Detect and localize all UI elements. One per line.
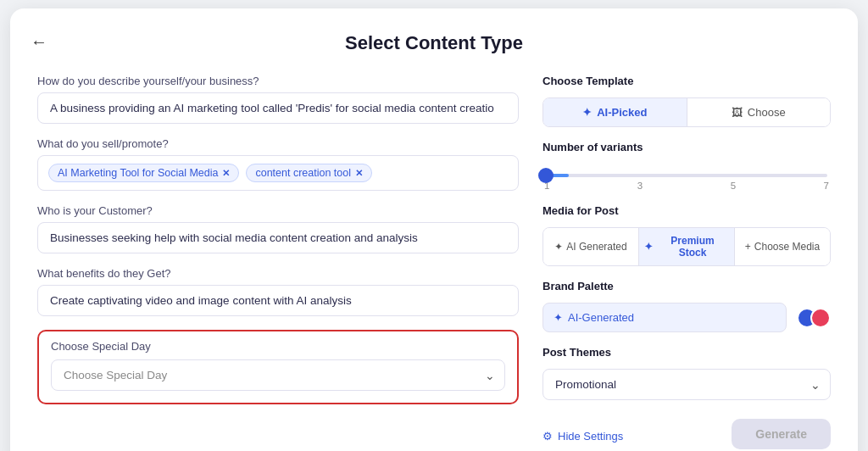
describe-input[interactable]	[37, 92, 519, 124]
brand-ai-btn[interactable]: ✦ AI-Generated	[542, 303, 787, 332]
modal-container: ← Select Content Type How do you describ…	[10, 8, 858, 451]
hide-settings-button[interactable]: ⚙ Hide Settings	[542, 430, 623, 443]
media-choose-btn[interactable]: + Choose Media	[735, 228, 830, 265]
page-title: Select Content Type	[37, 32, 831, 54]
themes-group: Post Themes Promotional ⌄	[542, 346, 831, 400]
template-ai-label: AI-Picked	[597, 106, 647, 119]
slider-label-5: 5	[731, 181, 736, 191]
themes-label: Post Themes	[542, 346, 831, 359]
customer-label: Who is your Customer?	[37, 204, 519, 217]
tag-2-label: content creation tool	[255, 167, 351, 179]
media-group: Media for Post ✦ AI Generated ✦ Premium …	[542, 204, 831, 266]
variants-label: Number of variants	[542, 141, 831, 153]
benefits-input[interactable]	[37, 285, 519, 316]
media-stock-btn[interactable]: ✦ Premium Stock	[639, 228, 735, 265]
media-ai-label: AI Generated	[566, 241, 626, 253]
themes-select[interactable]: Promotional	[542, 369, 831, 400]
plus-icon: +	[745, 241, 751, 253]
media-buttons: ✦ AI Generated ✦ Premium Stock + Choose …	[542, 227, 831, 266]
sell-group: What do you sell/promote? AI Marketing T…	[37, 137, 519, 191]
template-choose-label: Choose	[748, 106, 786, 119]
circle-red	[810, 308, 831, 328]
describe-label: How do you describe yourself/your busine…	[37, 75, 519, 87]
slider-label-7: 7	[824, 181, 829, 191]
media-stock-label: Premium Stock	[656, 235, 729, 259]
template-group: Choose Template ✦ AI-Picked 🖼 Choose	[542, 75, 831, 127]
tag-1: AI Marketing Tool for Social Media ✕	[48, 164, 239, 182]
describe-group: How do you describe yourself/your busine…	[37, 75, 519, 124]
variants-group: Number of variants 1 3 5 7	[542, 141, 831, 191]
slider-track	[546, 174, 827, 177]
customer-group: Who is your Customer?	[37, 204, 519, 253]
tag-2-close[interactable]: ✕	[355, 168, 363, 179]
brand-circles	[797, 308, 831, 328]
slider-thumb[interactable]	[538, 168, 554, 183]
right-panel: Choose Template ✦ AI-Picked 🖼 Choose Num…	[542, 75, 831, 449]
special-day-select-wrapper: Choose Special Day ⌄	[51, 359, 505, 391]
template-ai-btn[interactable]: ✦ AI-Picked	[543, 98, 687, 126]
benefits-group: What benefits do they Get?	[37, 267, 519, 316]
template-buttons: ✦ AI-Picked 🖼 Choose	[542, 97, 831, 127]
tag-1-close[interactable]: ✕	[222, 168, 230, 179]
main-content: How do you describe yourself/your busine…	[37, 75, 831, 449]
slider-container: 1 3 5 7	[542, 164, 831, 191]
media-choose-label: Choose Media	[754, 241, 820, 253]
slider-labels: 1 3 5 7	[542, 181, 831, 191]
special-day-label: Choose Special Day	[51, 340, 505, 353]
media-label: Media for Post	[542, 204, 831, 217]
tag-1-label: AI Marketing Tool for Social Media	[58, 167, 218, 179]
sell-label: What do you sell/promote?	[37, 137, 519, 150]
brand-group: Brand Palette ✦ AI-Generated	[542, 280, 831, 332]
brand-row: ✦ AI-Generated	[542, 303, 831, 332]
tags-input[interactable]: AI Marketing Tool for Social Media ✕ con…	[37, 155, 519, 191]
stock-icon: ✦	[644, 241, 653, 253]
left-panel: How do you describe yourself/your busine…	[37, 75, 519, 449]
media-ai-btn[interactable]: ✦ AI Generated	[543, 228, 639, 265]
template-label: Choose Template	[542, 75, 831, 87]
back-button[interactable]: ←	[31, 32, 47, 52]
customer-input[interactable]	[37, 222, 519, 253]
slider-label-3: 3	[637, 181, 643, 191]
brand-label: Brand Palette	[542, 280, 831, 292]
generate-button[interactable]: Generate	[732, 419, 831, 449]
settings-icon: ⚙	[542, 430, 553, 443]
sparkle-icon: ✦	[554, 241, 563, 253]
special-day-select[interactable]: Choose Special Day	[51, 359, 505, 391]
wand-icon-brand: ✦	[554, 311, 563, 324]
hide-settings-label: Hide Settings	[558, 430, 623, 443]
wand-icon: ✦	[582, 106, 592, 119]
right-bottom-row: ⚙ Hide Settings Generate	[542, 419, 831, 449]
tag-2: content creation tool ✕	[246, 164, 372, 182]
benefits-label: What benefits do they Get?	[37, 267, 519, 280]
image-icon: 🖼	[732, 106, 743, 119]
special-day-group: Choose Special Day Choose Special Day ⌄	[37, 330, 519, 404]
template-choose-btn[interactable]: 🖼 Choose	[687, 98, 831, 126]
brand-ai-label: AI-Generated	[568, 311, 634, 324]
themes-select-wrapper: Promotional ⌄	[542, 369, 831, 400]
